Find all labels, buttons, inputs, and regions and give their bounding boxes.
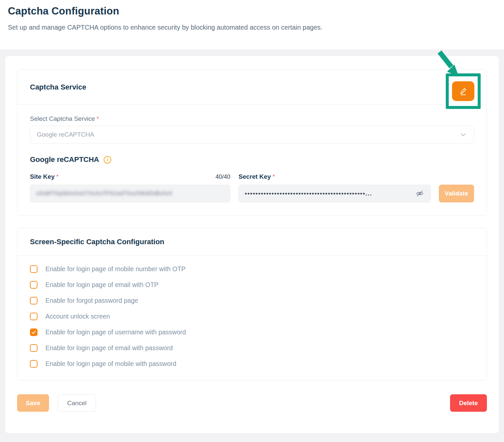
screen-options-list: Enable for login page of mobile number w…: [17, 256, 487, 380]
site-key-input[interactable]: xXxWTXqXbXxXxGTXxXuTPXUxdTXxxXWxEfxBxXxX: [30, 185, 230, 202]
info-icon[interactable]: i: [104, 156, 111, 164]
secret-key-input[interactable]: ••••••••••••••••••••••••••••••••••••••••…: [239, 185, 431, 202]
option-login-email-password[interactable]: Enable for login page of email with pass…: [30, 340, 474, 356]
footer-actions: Save Cancel Delete: [17, 394, 487, 412]
chevron-down-icon: [459, 131, 467, 139]
checkbox-label: Enable for forgot password page: [45, 297, 138, 304]
site-key-label: Site Key: [30, 173, 55, 180]
captcha-service-card-header: Captcha Service: [17, 70, 487, 105]
option-login-mobile-otp[interactable]: Enable for login page of mobile number w…: [30, 261, 474, 277]
required-asterisk: *: [56, 173, 59, 180]
option-login-username-password[interactable]: Enable for login page of username with p…: [30, 324, 474, 340]
checkbox-label: Account unlock screen: [45, 313, 110, 320]
captcha-service-select[interactable]: Google reCAPTCHA: [30, 126, 474, 143]
checkbox-label: Enable for login page of username with p…: [45, 328, 186, 336]
site-key-obscured-value: xXxWTXqXbXxXxGTXxXuTPXUxdTXxxXWxEfxBxXxX: [36, 190, 172, 197]
save-button[interactable]: Save: [17, 394, 49, 412]
page-subtitle: Set up and manage CAPTCHA options to enh…: [8, 24, 496, 31]
checkbox-label: Enable for login page of mobile number w…: [45, 265, 186, 273]
captcha-service-card: Captcha Service Select Captcha Service* …: [17, 69, 487, 216]
screen-specific-card-header: Screen-Specific Captcha Configuration: [17, 228, 487, 256]
eye-off-icon[interactable]: [415, 189, 425, 198]
validate-button[interactable]: Validate: [439, 185, 474, 202]
google-recaptcha-heading: Google reCAPTCHA: [30, 155, 99, 164]
checkbox[interactable]: [30, 281, 38, 289]
checkbox[interactable]: [30, 360, 38, 368]
page-title: Captcha Configuration: [8, 5, 496, 17]
checkbox-label: Enable for login page of mobile with pas…: [45, 360, 176, 368]
site-key-char-counter: 40/40: [215, 173, 230, 180]
pencil-icon: [459, 87, 468, 96]
secret-key-masked-value: ••••••••••••••••••••••••••••••••••••••••…: [245, 190, 415, 197]
screen-specific-card: Screen-Specific Captcha Configuration En…: [17, 228, 487, 380]
checkbox-label: Enable for login page of email with pass…: [45, 344, 173, 352]
cancel-button[interactable]: Cancel: [58, 394, 96, 412]
captcha-service-selected-value: Google reCAPTCHA: [37, 131, 459, 138]
captcha-service-card-title: Captcha Service: [30, 83, 86, 91]
checkbox[interactable]: [30, 328, 38, 336]
secret-key-label: Secret Key: [239, 173, 271, 180]
edit-button[interactable]: [452, 81, 474, 101]
delete-button[interactable]: Delete: [450, 394, 487, 412]
required-asterisk: *: [272, 173, 275, 180]
checkbox[interactable]: [30, 313, 38, 320]
checkbox-label: Enable for login page of email with OTP: [45, 281, 159, 289]
option-login-mobile-password[interactable]: Enable for login page of mobile with pas…: [30, 356, 474, 372]
settings-panel: Captcha Service Select Captcha Service* …: [5, 56, 499, 433]
option-account-unlock[interactable]: Account unlock screen: [30, 308, 474, 324]
checkbox[interactable]: [30, 344, 38, 352]
screen-specific-card-title: Screen-Specific Captcha Configuration: [30, 238, 164, 246]
select-captcha-service-label: Select Captcha Service*: [30, 115, 474, 122]
required-asterisk: *: [97, 115, 99, 122]
option-forgot-password[interactable]: Enable for forgot password page: [30, 293, 474, 308]
checkbox[interactable]: [30, 265, 38, 273]
option-login-email-otp[interactable]: Enable for login page of email with OTP: [30, 277, 474, 293]
checkbox[interactable]: [30, 297, 38, 304]
page-header: Captcha Configuration Set up and manage …: [0, 0, 504, 49]
